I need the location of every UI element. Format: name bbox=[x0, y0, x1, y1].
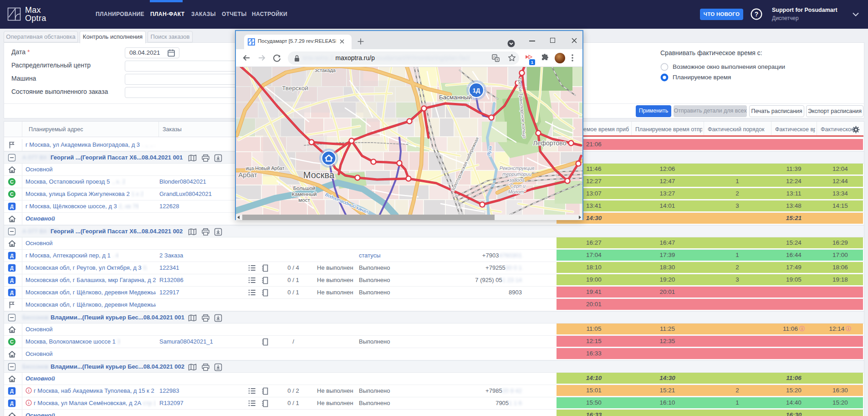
svg-text:Басманный: Басманный bbox=[439, 94, 472, 101]
svg-text:C: C bbox=[10, 179, 14, 185]
svg-text:i: i bbox=[28, 401, 30, 405]
svg-text:i: i bbox=[848, 327, 849, 331]
svg-text:Лефортово: Лефортово bbox=[533, 139, 567, 147]
svg-text:Тверской: Тверской bbox=[282, 85, 308, 92]
svg-text:Большой: Большой bbox=[293, 185, 315, 191]
svg-text:Д: Д bbox=[10, 265, 14, 271]
svg-text:Д: Д bbox=[10, 290, 14, 295]
svg-text:завода: завода bbox=[509, 177, 524, 183]
svg-text:Д: Д bbox=[10, 401, 14, 406]
svg-text:Москва: Москва bbox=[303, 170, 335, 180]
svg-text:территории: территории bbox=[502, 171, 531, 177]
svg-text:i: i bbox=[802, 327, 803, 331]
svg-text:"Серп и: "Серп и bbox=[508, 183, 526, 189]
svg-text:Арбат: Арбат bbox=[238, 171, 257, 179]
svg-text:C: C bbox=[10, 339, 14, 344]
svg-text:мост: мост bbox=[298, 197, 310, 203]
svg-text:ица Новый Арбат: ица Новый Арбат bbox=[246, 165, 285, 171]
svg-text:C: C bbox=[10, 191, 14, 197]
svg-text:Каменный: Каменный bbox=[292, 191, 317, 197]
svg-text:эстакада: эстакада bbox=[315, 67, 336, 73]
svg-text:Реконструкция: Реконструкция bbox=[500, 165, 535, 171]
svg-text:Д: Д bbox=[10, 388, 14, 394]
svg-text:Д: Д bbox=[10, 204, 14, 209]
svg-text:Молот": Молот" bbox=[508, 189, 526, 195]
svg-text:i: i bbox=[28, 388, 30, 393]
svg-text:Д: Д bbox=[10, 277, 14, 283]
svg-text:Д: Д bbox=[10, 253, 14, 258]
svg-text:?: ? bbox=[755, 10, 759, 18]
svg-text:1Д: 1Д bbox=[473, 87, 480, 94]
